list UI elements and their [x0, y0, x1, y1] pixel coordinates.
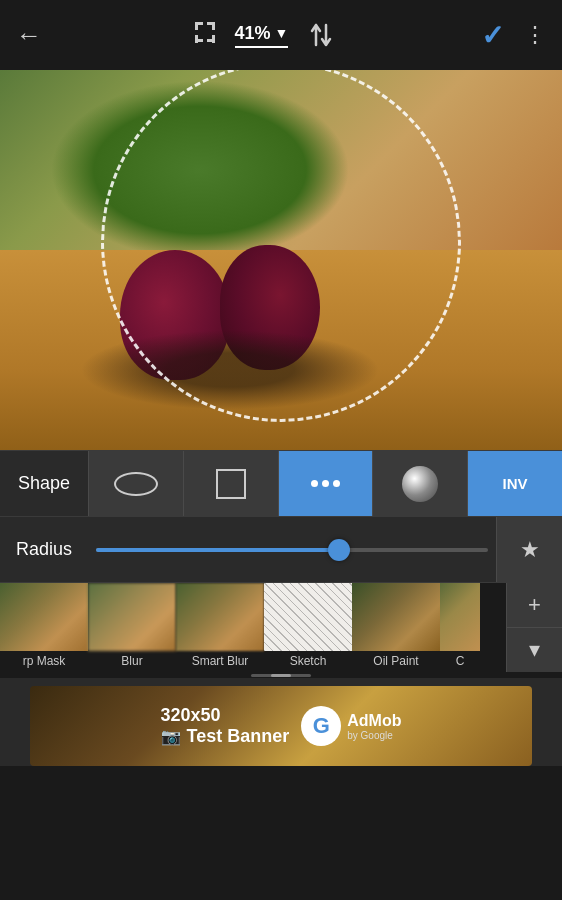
chevron-down-icon: ▾: [529, 637, 540, 663]
filter-label-c: C: [456, 651, 465, 671]
bottom-panel: Shape INV Radius ★: [0, 450, 562, 766]
square-shape-button[interactable]: [183, 451, 278, 516]
zoom-value: 41%: [235, 23, 271, 44]
filter-thumb-smartblur: [176, 583, 264, 651]
more-options-button[interactable]: ⋮: [524, 22, 546, 48]
svg-rect-7: [212, 35, 215, 43]
scroll-bar: [251, 674, 311, 677]
filter-thumb-oilpaint: [352, 583, 440, 651]
filter-label-blur: Blur: [121, 651, 142, 671]
ad-test-text: Test Banner: [187, 726, 290, 747]
slider-thumb[interactable]: [328, 539, 350, 561]
ad-text-block: 320x50 📷 Test Banner: [161, 705, 290, 747]
zoom-dropdown-icon: ▼: [275, 25, 289, 41]
filter-label-oilpaint: Oil Paint: [373, 651, 418, 671]
image-background: [0, 70, 562, 450]
back-button[interactable]: ←: [16, 20, 42, 51]
image-area: [0, 70, 562, 450]
filter-item-sketch[interactable]: Sketch: [264, 583, 352, 672]
gradient-circle-icon: [402, 466, 438, 502]
slider-track: [96, 548, 488, 552]
dots-icon: [311, 480, 340, 487]
admob-g-icon: G: [301, 706, 341, 746]
zoom-control[interactable]: 41% ▼: [235, 23, 289, 48]
gradient-shape-button[interactable]: [372, 451, 467, 516]
inv-button[interactable]: INV: [467, 451, 562, 516]
admob-name: AdMob: [347, 712, 401, 730]
filter-row: rp Mask Blur Smart Blur Sketch: [0, 582, 562, 672]
filter-label-rpmask: rp Mask: [23, 651, 66, 671]
filter-item-oilpaint[interactable]: Oil Paint: [352, 583, 440, 672]
pepper-layer: [80, 330, 380, 410]
shape-row: Shape INV: [0, 450, 562, 516]
oval-shape-button[interactable]: [88, 451, 183, 516]
oval-shape-icon: [114, 472, 158, 496]
confirm-button[interactable]: ✓: [481, 19, 504, 52]
plus-icon: +: [528, 592, 541, 618]
ad-banner-inner: 320x50 📷 Test Banner G AdMob by Google: [161, 705, 402, 747]
dots-shape-button[interactable]: [278, 451, 373, 516]
filter-item-smartblur[interactable]: Smart Blur: [176, 583, 264, 672]
filter-label-smartblur: Smart Blur: [192, 651, 249, 671]
svg-rect-1: [195, 22, 198, 30]
fullscreen-icon[interactable]: [191, 18, 219, 52]
filter-thumb-c: [440, 583, 480, 651]
star-button[interactable]: ★: [496, 517, 562, 582]
camera-icon: 📷: [161, 727, 181, 746]
swap-icon[interactable]: [304, 21, 332, 49]
ad-banner[interactable]: 320x50 📷 Test Banner G AdMob by Google: [30, 686, 532, 766]
radius-slider-container[interactable]: [88, 517, 496, 582]
filter-label-sketch: Sketch: [290, 651, 327, 671]
herbs-layer: [50, 80, 350, 260]
star-icon: ★: [520, 537, 540, 563]
toolbar: ← 41% ▼ ✓ ⋮: [0, 0, 562, 70]
radius-label: Radius: [0, 539, 88, 560]
add-filter-button[interactable]: +: [507, 583, 562, 628]
svg-rect-3: [212, 22, 215, 30]
slider-fill: [96, 548, 339, 552]
ad-size-text: 320x50: [161, 705, 221, 726]
filter-item-c[interactable]: C: [440, 583, 480, 672]
scroll-down-button[interactable]: ▾: [507, 628, 562, 672]
admob-by-google: by Google: [347, 730, 401, 741]
scroll-indicator: [0, 672, 562, 678]
filter-item-rpmask[interactable]: rp Mask: [0, 583, 88, 672]
side-actions: + ▾: [506, 583, 562, 672]
sketch-lines: [264, 583, 352, 651]
filter-thumbnails: rp Mask Blur Smart Blur Sketch: [0, 583, 506, 672]
filter-thumb-blur: [88, 583, 176, 651]
filter-thumb-rpmask: [0, 583, 88, 651]
square-shape-icon: [216, 469, 246, 499]
shape-label: Shape: [0, 473, 88, 494]
radius-row: Radius ★: [0, 516, 562, 582]
g-letter: G: [313, 713, 330, 739]
svg-rect-5: [195, 35, 198, 43]
filter-item-blur[interactable]: Blur: [88, 583, 176, 672]
admob-text: AdMob by Google: [347, 712, 401, 741]
scroll-active: [271, 674, 291, 677]
filter-thumb-sketch: [264, 583, 352, 651]
admob-logo: G AdMob by Google: [301, 706, 401, 746]
